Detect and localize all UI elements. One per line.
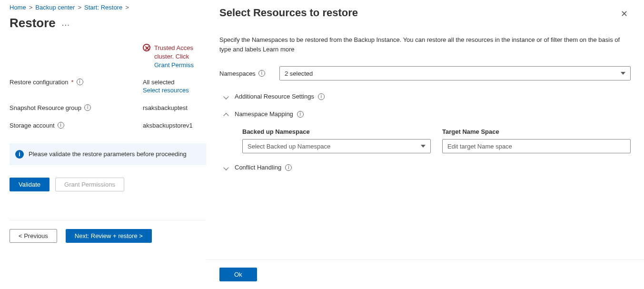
breadcrumb-start-restore[interactable]: Start: Restore — [84, 4, 122, 11]
info-icon[interactable]: i — [285, 164, 292, 171]
validate-banner-text: Please validate the restore parameters b… — [29, 150, 187, 158]
ok-button[interactable]: Ok — [219, 268, 257, 281]
restore-configuration-value: All selected — [143, 79, 174, 86]
grant-permissions-link[interactable]: Grant Permiss — [154, 61, 194, 69]
namespaces-dropdown-value: 2 selected — [285, 70, 313, 77]
grant-permissions-button[interactable]: Grant Permissions — [55, 178, 124, 191]
alert-line-1: Trusted Acces — [154, 44, 193, 51]
error-icon — [143, 44, 150, 51]
info-icon[interactable]: i — [58, 122, 64, 129]
restore-configuration-label: Restore configuration — [10, 79, 69, 86]
mapping-col-source: Backed up Namespace — [242, 128, 431, 135]
namespace-mapping-block: Backed up Namespace Target Name Space Se… — [242, 128, 631, 153]
more-actions-icon[interactable]: … — [61, 18, 71, 28]
close-icon[interactable]: ✕ — [618, 7, 631, 21]
select-resources-link[interactable]: Select resources — [143, 87, 189, 94]
select-resources-panel: Select Resources to restore ✕ Specify th… — [206, 0, 644, 289]
breadcrumb-home[interactable]: Home — [10, 4, 26, 11]
namespaces-label: Namespaces — [219, 70, 256, 77]
mapping-col-target: Target Name Space — [442, 128, 631, 135]
conflict-handling-title: Conflict Handling — [235, 164, 281, 171]
conflict-handling-section[interactable]: Conflict Handling i — [224, 164, 631, 171]
additional-resource-settings-title: Additional Resource Settings — [235, 93, 314, 100]
namespace-mapping-title: Namespace Mapping — [235, 110, 293, 118]
storage-account-label: Storage account — [10, 122, 55, 129]
backed-up-namespace-placeholder: Select Backed up Namespace — [248, 143, 330, 150]
chevron-down-icon — [621, 72, 625, 75]
breadcrumb-separator: > — [29, 4, 33, 11]
page-title: Restore — [10, 16, 56, 30]
validate-button[interactable]: Validate — [10, 178, 50, 191]
chevron-down-icon — [223, 94, 228, 99]
info-icon[interactable]: i — [77, 79, 83, 85]
alert-line-2: cluster. Click — [154, 53, 189, 60]
backed-up-namespace-dropdown[interactable]: Select Backed up Namespace — [242, 139, 431, 153]
namespace-mapping-section[interactable]: Namespace Mapping i — [224, 110, 631, 118]
storage-account-value: aksbackupstorev1 — [143, 122, 193, 129]
additional-resource-settings-section[interactable]: Additional Resource Settings i — [224, 93, 631, 100]
info-icon[interactable]: i — [297, 111, 304, 118]
panel-description: Specify the Namespaces to be restored fr… — [219, 35, 631, 54]
breadcrumb-backup-center[interactable]: Backup center — [35, 4, 75, 11]
chevron-down-icon — [223, 165, 228, 170]
info-icon[interactable]: i — [258, 70, 265, 77]
next-review-restore-button[interactable]: Next: Review + restore > — [66, 229, 152, 243]
previous-button[interactable]: < Previous — [10, 229, 57, 243]
info-icon: i — [15, 150, 24, 159]
snapshot-rg-label: Snapshot Resource group — [10, 104, 81, 111]
breadcrumb-separator: > — [78, 4, 81, 11]
breadcrumb-separator: > — [125, 4, 129, 11]
panel-title: Select Resources to restore — [219, 7, 358, 19]
target-namespace-placeholder: Edit target Name space — [447, 143, 512, 150]
chevron-down-icon — [421, 145, 426, 148]
info-icon[interactable]: i — [318, 93, 325, 100]
target-namespace-input[interactable]: Edit target Name space — [442, 139, 631, 153]
snapshot-rg-value: rsaksbackuptest — [143, 104, 188, 111]
required-marker: * — [71, 79, 74, 86]
info-icon[interactable]: i — [84, 104, 91, 111]
namespaces-dropdown[interactable]: 2 selected — [279, 66, 631, 80]
chevron-up-icon — [223, 113, 228, 118]
